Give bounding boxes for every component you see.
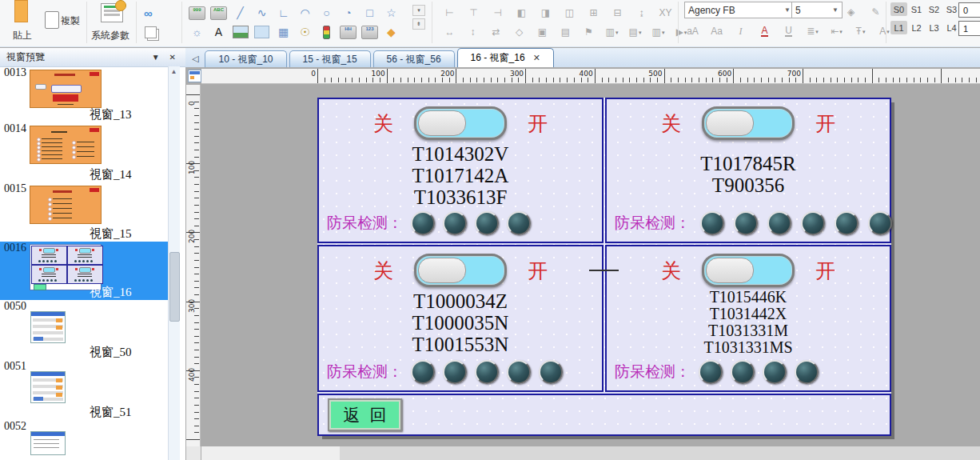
hscrollbar-thumb[interactable] — [340, 446, 980, 460]
move-down-icon[interactable]: ▥▾ — [650, 25, 667, 39]
align-left-icon[interactable]: ⊢ — [441, 6, 458, 20]
indicator-lamp[interactable] — [868, 211, 892, 235]
indicator-lamp[interactable] — [443, 211, 467, 235]
polyline-icon[interactable]: ∟ — [275, 6, 292, 20]
xy-position-icon[interactable]: XY — [657, 6, 674, 20]
circle-tool-icon[interactable]: ○ — [318, 6, 335, 20]
align-middle-icon[interactable]: ◨ — [537, 6, 554, 20]
toggle-switch[interactable] — [702, 254, 795, 287]
window-thumbnail[interactable] — [30, 126, 102, 164]
style-copy-icon[interactable]: ◈ — [843, 5, 859, 19]
indicator-lamp[interactable] — [801, 211, 825, 235]
font-enlarge-icon[interactable]: aA — [684, 24, 701, 38]
text-align-icon[interactable]: ≣▾ — [804, 24, 821, 38]
numeric-display-icon[interactable]: 999 — [189, 6, 205, 20]
freeform-line-icon[interactable]: ∿ — [253, 6, 270, 20]
product-code[interactable]: T900356 — [607, 174, 890, 196]
layer-l3-button[interactable]: L3 — [926, 21, 942, 34]
align-top-icon[interactable]: ◧ — [513, 6, 530, 20]
on-label[interactable]: 开 — [815, 258, 835, 284]
indicator-lamp[interactable] — [539, 360, 563, 384]
h-text-align-icon[interactable]: ⇤▾ — [828, 24, 845, 38]
move-up-icon[interactable]: ▤▾ — [627, 25, 643, 39]
tab-window-2[interactable]: 15 - 視窗_15 — [289, 50, 371, 67]
table-icon[interactable]: ▦ — [275, 25, 292, 39]
state-s1-button[interactable]: S1 — [908, 2, 925, 16]
indicator-lamp[interactable] — [507, 360, 531, 384]
multi-copy-icon[interactable] — [145, 26, 157, 38]
group-icon[interactable]: ▣ — [534, 25, 551, 39]
font-color-icon[interactable]: A — [756, 24, 773, 38]
indicator-lamp[interactable] — [763, 360, 787, 384]
product-codes[interactable]: T1014302VT1017142AT1033613F — [319, 143, 602, 208]
indicator-lamp[interactable] — [475, 360, 499, 384]
off-label[interactable]: 关 — [661, 258, 681, 284]
history-display-icon[interactable]: HH — [340, 25, 357, 39]
window-thumbnail[interactable] — [30, 70, 102, 108]
lamp-object-icon[interactable]: ☉ — [297, 25, 313, 39]
distribute-v-icon[interactable]: ⊟ — [609, 6, 626, 20]
sidebar-item-0016[interactable]: 0016視窗_16 — [0, 242, 168, 300]
off-label[interactable]: 关 — [373, 258, 393, 284]
state-s2-button[interactable]: S2 — [926, 2, 942, 16]
detect-label[interactable]: 防呆检测： — [327, 362, 403, 382]
off-label[interactable]: 关 — [661, 110, 681, 137]
state-s0-button[interactable]: S0 — [890, 2, 907, 16]
indicator-lamp[interactable] — [411, 211, 435, 235]
filled-rect-icon[interactable] — [253, 25, 270, 39]
align-center-h-icon[interactable]: ⊤ — [465, 6, 482, 20]
product-code[interactable]: T1031331MS — [607, 339, 890, 356]
object-gallery-up-icon[interactable]: ▾ — [412, 5, 425, 16]
indicator-lamp[interactable] — [795, 360, 819, 384]
off-label[interactable]: 关 — [373, 110, 393, 137]
product-codes[interactable]: T1017845RT900356 — [607, 153, 890, 196]
indicator-lamp[interactable] — [767, 211, 791, 235]
on-label[interactable]: 开 — [528, 258, 548, 284]
star-tool-icon[interactable]: ☆ — [383, 6, 400, 20]
ruler-corner-icon[interactable] — [188, 70, 201, 82]
on-label[interactable]: 开 — [528, 110, 548, 137]
product-code[interactable]: T1000035N — [319, 312, 602, 334]
product-codes[interactable]: T1000034ZT1000035NT1001553N — [319, 290, 602, 355]
object-gallery-more-icon[interactable]: ⇟ — [412, 18, 425, 30]
close-tab-icon[interactable]: ✕ — [533, 53, 540, 63]
size-height-icon[interactable]: ↨ — [633, 6, 650, 20]
window-thumbnail[interactable] — [30, 311, 66, 343]
sidebar-item-0051[interactable]: 0051視窗_51 — [0, 360, 168, 420]
state-s3-button[interactable]: S3 — [943, 2, 960, 16]
ascii-display-icon[interactable]: ABC — [210, 6, 227, 20]
paste-button[interactable]: 貼上 — [13, 29, 32, 42]
back-button[interactable]: 返回 — [328, 398, 402, 431]
rotate-icon[interactable]: ◇ — [511, 25, 528, 39]
indicator-lamp[interactable] — [731, 360, 755, 384]
indicator-lamp[interactable] — [835, 211, 858, 235]
product-codes[interactable]: T1015446KT1031442XT1031331MT1031331MS — [607, 289, 890, 356]
sidebar-scrollbar[interactable]: ▲ — [168, 66, 180, 460]
scrollbar-thumb[interactable] — [169, 252, 180, 322]
tab-window-3[interactable]: 56 - 視窗_56 — [373, 50, 455, 67]
make-same-width-icon[interactable]: ↔ — [441, 25, 458, 39]
system-parameters-button[interactable]: 系統參數 — [91, 29, 129, 42]
product-code[interactable]: T1017142A — [319, 165, 602, 186]
layer-l4-button[interactable]: L4 — [943, 21, 960, 34]
indicator-lamp[interactable] — [507, 211, 531, 235]
ungroup-icon[interactable]: ▤ — [557, 25, 574, 39]
font-family-select[interactable]: Agency FB▼ — [684, 2, 795, 18]
indicator-lamp[interactable] — [443, 360, 467, 384]
bring-front-icon[interactable]: ▥▾ — [604, 25, 620, 39]
arc-tool-icon[interactable]: ◠ — [297, 6, 313, 20]
numeric-object-icon[interactable]: 123 — [361, 25, 378, 39]
layer-l1-button[interactable]: L1 — [890, 21, 907, 34]
burst-icon[interactable]: ☼ — [189, 25, 205, 39]
indicator-lamp[interactable] — [734, 211, 758, 235]
make-same-size-icon[interactable]: ⇄ — [488, 25, 504, 39]
product-code[interactable]: T1031442X — [607, 306, 890, 322]
toggle-switch[interactable] — [414, 254, 507, 287]
window-thumbnail[interactable] — [30, 244, 102, 290]
pie-tool-icon[interactable]: ◔ — [340, 6, 357, 20]
sidebar-item-0052[interactable]: 0052 — [0, 420, 168, 460]
format-painter-icon[interactable]: ✎ — [867, 5, 884, 19]
underline-icon[interactable]: U — [780, 24, 797, 38]
window-thumbnail[interactable] — [30, 371, 66, 403]
italic-icon[interactable]: I — [732, 24, 749, 38]
